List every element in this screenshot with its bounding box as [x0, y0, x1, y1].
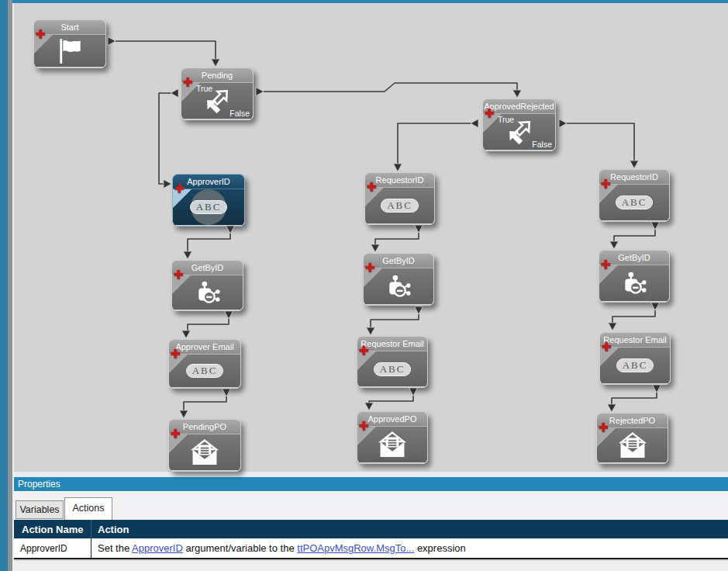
true-branch-label: True — [498, 115, 514, 124]
add-plus-icon[interactable]: ✚ — [36, 29, 46, 40]
method-call-icon — [194, 280, 222, 306]
method-call-icon — [620, 271, 648, 296]
workflow-node-requestor-email-mid[interactable]: Requestor Email ✚ABC — [357, 336, 428, 388]
node-body: ✚ — [597, 428, 668, 462]
workflow-node-requestor-id-mid[interactable]: RequestorID ✚ABC — [364, 172, 435, 225]
left-accent-strip — [0, 0, 8, 571]
node-body: ✚ABC — [600, 348, 670, 383]
node-body: ✚ — [169, 434, 240, 470]
workflow-designer-window: Start ✚ Pending ✚ True FalseApprovedReje… — [0, 0, 728, 571]
abc-icon: ABC — [616, 196, 654, 209]
workflow-node-requestor-id-right[interactable]: RequestorID ✚ABC — [599, 169, 670, 222]
node-body: ✚ABC — [173, 189, 244, 225]
workflow-canvas[interactable]: Start ✚ Pending ✚ True FalseApprovedReje… — [14, 3, 728, 472]
abc-icon: ABC — [381, 199, 419, 213]
workflow-node-approver-id[interactable]: ApproverID ✚ABC — [172, 174, 245, 227]
abc-icon: ABC — [190, 200, 228, 214]
node-body: ✚ABC — [365, 188, 434, 223]
workflow-node-get-by-id-right[interactable]: GetByID ✚ — [599, 250, 670, 303]
workflow-node-rejected-po[interactable]: RejectedPO ✚ — [596, 413, 668, 464]
action-link[interactable]: ApproverID — [132, 542, 183, 554]
add-plus-icon[interactable]: ✚ — [601, 178, 611, 189]
workflow-node-pending-po[interactable]: PendingPO ✚ — [168, 419, 241, 472]
action-link[interactable]: ttPOApvMsgRow.MsgTo... — [297, 542, 414, 554]
add-plus-icon[interactable]: ✚ — [171, 348, 181, 359]
node-body: ✚ABC — [599, 185, 669, 220]
action-text: argument/variable to the — [183, 542, 297, 554]
workflow-node-get-by-id-mid[interactable]: GetByID ✚ — [363, 253, 434, 306]
node-body: ✚ — [599, 265, 669, 301]
action-cell: Set the ApproverID argument/variable to … — [91, 542, 466, 554]
add-plus-icon[interactable]: ✚ — [359, 420, 369, 431]
add-plus-icon[interactable]: ✚ — [174, 183, 185, 194]
workflow-node-get-by-id-left[interactable]: GetByID ✚ — [171, 260, 243, 311]
node-body: ✚ — [364, 268, 433, 304]
node-body: ✚ — [357, 427, 427, 462]
node-body: ✚ — [172, 275, 243, 310]
column-header-action: Action — [91, 524, 129, 535]
add-plus-icon[interactable]: ✚ — [367, 182, 377, 192]
add-plus-icon[interactable]: ✚ — [359, 345, 369, 356]
workflow-node-approved-rejected[interactable]: ApprovedRejected ✚ True False — [482, 99, 556, 151]
true-branch-label: True — [196, 84, 212, 93]
table-footer-area — [14, 561, 728, 571]
tab-actions[interactable]: Actions — [64, 497, 112, 520]
actions-table-header: Action Name Action — [14, 520, 728, 538]
add-plus-icon[interactable]: ✚ — [183, 77, 193, 88]
method-call-icon — [385, 274, 412, 299]
add-plus-icon[interactable]: ✚ — [485, 108, 495, 119]
tab-variables[interactable]: Variables — [16, 500, 64, 519]
false-branch-label: False — [229, 109, 250, 118]
workflow-node-approved-po[interactable]: ApprovedPO ✚ — [357, 411, 428, 464]
workflow-node-pending[interactable]: Pending ✚ True False — [181, 67, 254, 120]
properties-panel-header: Properties — [14, 477, 728, 491]
node-body: ✚ABC — [169, 355, 240, 387]
add-plus-icon[interactable]: ✚ — [171, 428, 181, 439]
add-plus-icon[interactable]: ✚ — [365, 262, 375, 273]
add-plus-icon[interactable]: ✚ — [602, 341, 612, 352]
add-plus-icon[interactable]: ✚ — [174, 269, 184, 280]
table-row[interactable]: ApproverID Set the ApproverID argument/v… — [14, 538, 728, 559]
node-body: ✚ — [34, 35, 105, 67]
abc-icon: ABC — [374, 362, 412, 376]
workflow-node-start[interactable]: Start ✚ — [33, 19, 106, 68]
abc-icon: ABC — [616, 358, 654, 372]
action-name-cell: ApproverID — [14, 543, 91, 554]
properties-panel-title: Properties — [18, 479, 60, 490]
add-plus-icon[interactable]: ✚ — [599, 422, 609, 433]
false-branch-label: False — [532, 140, 552, 149]
workflow-node-requestor-email-right[interactable]: Requestor Email ✚ABC — [599, 332, 671, 385]
email-icon — [378, 431, 407, 458]
email-icon — [190, 439, 219, 465]
properties-tab-strip: VariablesActions — [14, 491, 728, 520]
workflow-node-approver-email[interactable]: Approver Email ✚ABC — [168, 339, 241, 389]
email-icon — [618, 432, 647, 459]
add-plus-icon[interactable]: ✚ — [601, 259, 611, 270]
node-body: ✚ True False — [483, 114, 555, 150]
action-text: expression — [414, 542, 465, 554]
column-header-action-name: Action Name — [14, 524, 91, 535]
abc-icon: ABC — [186, 364, 224, 378]
node-body: ✚ True False — [181, 83, 253, 119]
flag-icon — [53, 36, 86, 67]
node-body: ✚ABC — [357, 351, 427, 386]
action-text: Set the — [98, 542, 132, 554]
panel-gap — [14, 472, 728, 477]
